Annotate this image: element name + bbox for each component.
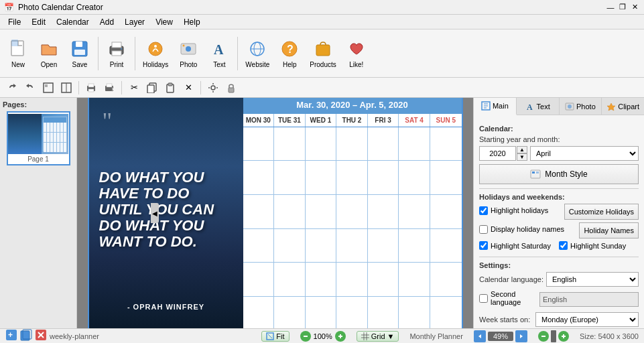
close-button[interactable]: ✕ (629, 2, 640, 13)
website-button[interactable]: Website (242, 36, 273, 70)
highlight-holidays-label[interactable]: Highlight holidays (479, 206, 564, 215)
collapse-left-button[interactable]: ◀ (151, 203, 159, 223)
cut-button[interactable]: ✂ (126, 80, 142, 96)
cal-cell (399, 229, 430, 263)
tab-main[interactable]: Main (474, 98, 517, 115)
display-holiday-names-checkbox[interactable] (479, 225, 488, 234)
month-select[interactable]: April January February March May June Ju… (530, 146, 639, 161)
highlight-sunday-label[interactable]: Highlight Sunday (559, 241, 639, 250)
like-icon (346, 38, 367, 60)
cal-row-3 (243, 195, 462, 229)
cal-cell (306, 127, 337, 161)
panel-content: Calendar: Starting year and month: ▲ ▼ A… (474, 115, 644, 328)
lock-button[interactable] (223, 80, 239, 96)
title-bar-controls[interactable]: — ❐ ✕ (605, 2, 640, 13)
doc-name: weekly-planner (50, 332, 99, 340)
print-options-button[interactable] (101, 80, 117, 96)
second-language-checkbox[interactable] (479, 294, 488, 303)
zoom-decrease-button[interactable] (300, 331, 311, 342)
week-starts-select[interactable]: Monday (Europe) Sunday (US) (535, 312, 639, 327)
menu-layer[interactable]: Layer (119, 16, 150, 28)
menu-help[interactable]: Help (178, 16, 206, 28)
print-button[interactable]: Print (103, 36, 131, 70)
calendar-grid: MON 30 TUE 31 WED 1 THU 2 FRI 3 SAT 4 SU… (243, 114, 462, 329)
maximize-button[interactable]: ❐ (617, 2, 628, 13)
page-zoom-increase-button[interactable] (558, 331, 569, 342)
week-starts-label: Week starts on: (479, 316, 533, 324)
undo-button[interactable] (4, 80, 20, 96)
delete-button[interactable]: ✕ (180, 80, 196, 96)
cal-cell (399, 127, 430, 161)
year-spinner[interactable]: ▲ ▼ (479, 146, 527, 161)
menu-view[interactable]: View (150, 16, 178, 28)
view1-button[interactable] (40, 80, 56, 96)
toolbar-separator-2 (135, 37, 135, 70)
products-icon (312, 38, 334, 60)
menu-calendar[interactable]: Calendar (51, 16, 94, 28)
customize-holidays-button[interactable]: Customize Holidays (564, 204, 639, 220)
highlight-holidays-row: Highlight holidays Customize Holidays (479, 204, 639, 220)
year-up-button[interactable]: ▲ (517, 146, 527, 153)
cal-row-5 (243, 263, 462, 297)
new-button[interactable]: New (4, 36, 32, 70)
calendar-canvas: " DO WHAT YOU HAVE TO DO UNTIL YOU CAN D… (88, 98, 463, 328)
holiday-names-button[interactable]: Holiday Names (579, 222, 639, 238)
year-down-button[interactable]: ▼ (517, 153, 527, 161)
menu-edit[interactable]: Edit (26, 16, 51, 28)
text-button[interactable]: A Text (205, 36, 233, 70)
settings-button[interactable] (205, 80, 221, 96)
cal-cell (368, 297, 399, 328)
page-zoom-decrease-button[interactable] (538, 331, 549, 342)
cal-cell (274, 263, 306, 296)
photo-button[interactable]: Photo (174, 36, 202, 70)
paste-button[interactable] (162, 80, 178, 96)
copy-button[interactable] (144, 80, 160, 96)
tab-photo[interactable]: Photo (560, 98, 602, 115)
page-next-button[interactable] (515, 330, 527, 342)
print2-button[interactable] (83, 80, 99, 96)
fit-label: Fit (276, 332, 284, 340)
menu-file[interactable]: File (3, 16, 26, 28)
page-thumbnail[interactable]: Page 1 (7, 111, 70, 165)
thumb-image (8, 114, 68, 154)
grid-button[interactable]: Grid ▼ (357, 331, 399, 342)
second-language-label[interactable]: Second language (479, 290, 537, 306)
highlight-saturday-label[interactable]: Highlight Saturday (479, 241, 559, 250)
second-language-input[interactable] (539, 292, 639, 307)
view2-button[interactable] (58, 80, 74, 96)
help-button[interactable]: ? Help (275, 36, 304, 70)
tab-text[interactable]: A Text (517, 98, 560, 115)
holidays-icon (145, 38, 166, 60)
svg-rect-45 (532, 172, 535, 174)
cal-cell (430, 161, 462, 194)
month-style-button[interactable]: Month Style (479, 164, 639, 184)
delete-page-button[interactable] (35, 329, 47, 343)
save-button[interactable]: Save (66, 36, 94, 70)
holidays-button[interactable]: Holidays (139, 36, 172, 70)
add-page-button[interactable]: + (5, 329, 17, 344)
redo-button[interactable] (22, 80, 38, 96)
page-prev-button[interactable] (474, 330, 486, 342)
menu-add[interactable]: Add (94, 16, 119, 28)
sec-separator-1 (78, 81, 79, 94)
canvas-size: Size: 5400 x 3600 (580, 332, 639, 340)
highlight-saturday-checkbox[interactable] (479, 241, 488, 250)
year-input[interactable] (479, 146, 516, 161)
zoom-increase-button[interactable] (335, 331, 346, 342)
like-button[interactable]: Like! (342, 36, 371, 70)
print-label: Print (110, 61, 124, 68)
cal-cell (306, 229, 337, 263)
svg-marker-59 (478, 334, 481, 338)
highlight-holidays-checkbox[interactable] (479, 206, 488, 215)
tab-clipart[interactable]: Clipart (602, 98, 644, 115)
display-holiday-names-label[interactable]: Display holiday names (479, 225, 579, 234)
duplicate-page-button[interactable] (20, 329, 32, 343)
products-label: Products (310, 61, 336, 68)
highlight-sunday-checkbox[interactable] (559, 241, 568, 250)
minimize-button[interactable]: — (605, 2, 616, 13)
fit-button[interactable]: Fit (261, 331, 289, 342)
calendar-language-select[interactable]: English (546, 272, 639, 287)
open-button[interactable]: Open (35, 36, 63, 70)
products-button[interactable]: Products (306, 36, 339, 70)
save-label: Save (72, 61, 88, 68)
